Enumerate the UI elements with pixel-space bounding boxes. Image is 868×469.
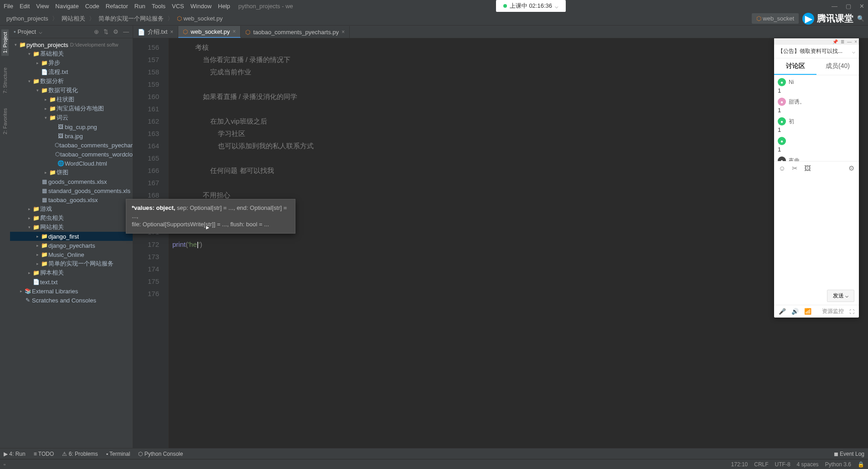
tree-item----txt[interactable]: 📄流程.txt — [10, 68, 133, 77]
tree-root[interactable]: ▾📁 python_projects D:\development softw — [10, 40, 133, 49]
tree-item-taobao_comments_wordclo[interactable]: ⬡taobao_comments_wordclo — [10, 150, 133, 159]
mic-icon[interactable]: 🎤 — [779, 308, 786, 315]
gear-icon[interactable]: ⚙ — [113, 28, 119, 35]
maximize-icon[interactable]: ▢ — [846, 3, 851, 10]
tree-item-wordcloud-html[interactable]: 🌐WordCloud.html — [10, 159, 133, 168]
tree-item-----[interactable]: ▾📁网站相关 — [10, 223, 133, 232]
encoding[interactable]: UTF-8 — [775, 461, 790, 468]
chat-notice[interactable]: 【公告】领取资料可以找... ⌵ — [774, 45, 859, 58]
tree-item-external-libraries[interactable]: ▸📚External Libraries — [10, 287, 133, 296]
crumb-root[interactable]: python_projects — [4, 14, 51, 23]
menu-navigate[interactable]: Navigate — [55, 3, 78, 10]
tree-item-standard_goods_comments-xls[interactable]: ▦standard_goods_comments.xls — [10, 186, 133, 195]
tree-item----[interactable]: ▸📁柱状图 — [10, 95, 133, 104]
indent[interactable]: 4 spaces — [797, 461, 819, 468]
menu-help[interactable]: Help — [218, 3, 230, 10]
tree-item-scratches-and-consoles[interactable]: ✎Scratches and Consoles — [10, 296, 133, 305]
tree-item---[interactable]: ▾📁词云 — [10, 113, 133, 122]
chat-tab-discuss[interactable]: 讨论区 — [774, 58, 816, 75]
menu-refactor[interactable]: Refactor — [106, 3, 128, 10]
tree-item---------[interactable]: ▸📁淘宝店铺分布地图 — [10, 104, 133, 113]
tree-item-big_cup-png[interactable]: 🖼big_cup.png — [10, 122, 133, 131]
image-icon[interactable]: 🖼 — [804, 164, 811, 172]
tree-item-----[interactable]: ▾📁数据分析 — [10, 77, 133, 86]
tree-item-----[interactable]: ▸📁爬虫相关 — [10, 214, 133, 223]
crumb-2[interactable]: 简单的实现一个网站服务 — [96, 14, 166, 24]
event-log-tab[interactable]: ◼ Event Log — [834, 451, 864, 457]
problems-tab[interactable]: ⚠ 6: Problems — [62, 451, 98, 457]
tree-item---[interactable]: ▸📁异步 — [10, 58, 133, 68]
expand-icon[interactable]: ⛶ — [849, 309, 854, 314]
status-icon[interactable]: ▫ — [4, 461, 5, 468]
crumb-file[interactable]: ⬡ web_socket.py — [174, 14, 226, 23]
terminal-tab[interactable]: ▪ Terminal — [106, 451, 130, 457]
menu-view[interactable]: View — [36, 3, 49, 10]
run-tab[interactable]: ▶ 4: Run — [4, 451, 26, 457]
line-separator[interactable]: CRLF — [754, 461, 768, 468]
close-icon[interactable]: × — [232, 28, 236, 35]
tree-item-django_pyecharts[interactable]: ▸📁django_pyecharts — [10, 241, 133, 250]
code-content[interactable]: 考核 当你看完直播 / 录播的情况下 完成当前作业 如果看直播 / 录播没消化的… — [169, 38, 868, 448]
tree-item-text-txt[interactable]: 📄text.txt — [10, 277, 133, 287]
minimize-icon[interactable]: — — [847, 39, 852, 44]
close-icon[interactable]: ✕ — [859, 3, 864, 10]
collapse-icon[interactable]: — — [123, 28, 129, 35]
menu-icon[interactable]: ≣ — [841, 39, 844, 44]
tree-item------[interactable]: ▾📁数据可视化 — [10, 86, 133, 95]
tree-item---[interactable]: ▸📁游戏 — [10, 204, 133, 214]
interpreter[interactable]: Python 3.6 — [825, 461, 851, 468]
right-tab[interactable]: ⬡ web_socket — [752, 13, 799, 24]
tree-item-bra-jpg[interactable]: 🖼bra.jpg — [10, 131, 133, 141]
tree-item-taobao_comments_pyechar[interactable]: ⬡taobao_comments_pyechar — [10, 141, 133, 150]
tree-item-taobao_goods-xlsx[interactable]: ▦taobao_goods.xlsx — [10, 195, 133, 204]
tree-item-music_online[interactable]: ▸📁Music_Online — [10, 250, 133, 259]
tree-item-----[interactable]: ▾📁基础相关 — [10, 49, 133, 58]
project-panel-title: Project — [18, 28, 36, 35]
left-tab-favorites[interactable]: 2: Favorites — [1, 105, 9, 137]
menu-window[interactable]: Window — [191, 3, 212, 10]
left-tab-project[interactable]: 1: Project — [1, 29, 9, 56]
tab-websocket[interactable]: ⬡ web_socket.py × — [178, 26, 241, 38]
lock-icon[interactable]: 🔒 — [858, 461, 864, 468]
left-tab-structure[interactable]: 7: Structure — [1, 65, 9, 96]
crumb-1[interactable]: 网站相关 — [59, 14, 88, 24]
tab-intro[interactable]: 📄 介绍.txt × — [133, 26, 178, 38]
live-status[interactable]: 上课中 02:16:36 ⌵ — [496, 0, 566, 12]
chat-messages[interactable]: ●Ni1●甜诱。1●初1●1●夜曲还有作业？ 真好●老中医担心自律 有没有人督促… — [774, 75, 859, 161]
chat-bottom-bar: 🎤 🔊 📶 资源监控 ⛶ — [774, 305, 859, 318]
menu-vcs[interactable]: VCS — [172, 3, 184, 10]
menu-file[interactable]: File — [4, 3, 13, 10]
search-icon[interactable]: 🔍 — [857, 15, 864, 22]
close-icon[interactable]: × — [170, 29, 173, 35]
menu-code[interactable]: Code — [85, 3, 99, 10]
python-console-tab[interactable]: ⬡ Python Console — [138, 451, 183, 457]
minimize-icon[interactable]: — — [832, 3, 837, 10]
chat-input[interactable] — [774, 175, 859, 287]
chat-tab-members[interactable]: 成员(40) — [816, 58, 859, 75]
send-button[interactable]: 发送 ⌵ — [827, 290, 854, 302]
resource-monitor[interactable]: 资源监控 — [822, 307, 844, 315]
menu-tools[interactable]: Tools — [152, 3, 165, 10]
close-icon[interactable]: × — [854, 39, 857, 44]
emoji-icon[interactable]: ☺ — [779, 164, 785, 172]
tree-item-----[interactable]: ▸📁脚本相关 — [10, 268, 133, 277]
target-icon[interactable]: ⊕ — [94, 28, 99, 35]
todo-tab[interactable]: ≡ TODO — [34, 451, 54, 457]
tree-item-django_first[interactable]: ▸📁django_first — [10, 232, 133, 241]
tab-taobao[interactable]: ⬡ taobao_comments_pyecharts.py × — [241, 26, 350, 38]
sort-icon[interactable]: ⇅ — [103, 28, 108, 35]
signal-icon[interactable]: 📶 — [804, 308, 811, 315]
editor-body[interactable]: 1561571581591601611621631641651661671681… — [133, 38, 868, 448]
tree-item------------[interactable]: ▸📁简单的实现一个网站服务 — [10, 259, 133, 268]
pin-icon[interactable]: 📌 — [832, 39, 838, 44]
speaker-icon[interactable]: 🔊 — [791, 308, 799, 315]
menu-edit[interactable]: Edit — [20, 3, 30, 10]
tree-item-goods_comments-xlsx[interactable]: ▦goods_comments.xlsx — [10, 177, 133, 186]
settings-icon[interactable]: ⚙ — [848, 164, 854, 172]
project-tree[interactable]: ▾📁 python_projects D:\development softw … — [10, 38, 133, 448]
scissors-icon[interactable]: ✂ — [792, 164, 798, 172]
chevron-down-icon[interactable]: ⌵ — [39, 28, 42, 35]
menu-run[interactable]: Run — [134, 3, 145, 10]
tree-item---[interactable]: ▸📁饼图 — [10, 168, 133, 177]
close-icon[interactable]: × — [341, 29, 345, 35]
